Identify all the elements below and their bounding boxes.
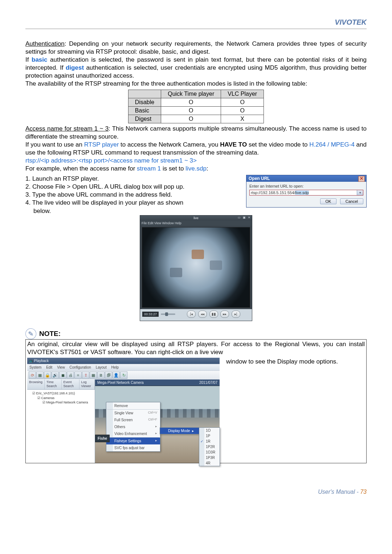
toolbar-lock-icon[interactable]: 🔒 bbox=[44, 372, 51, 379]
ctx-remove[interactable]: Remove bbox=[106, 402, 160, 409]
toolbar-stop-icon[interactable]: ◼ bbox=[59, 372, 66, 379]
toolbar-speaker-icon[interactable]: 🔊 bbox=[52, 372, 59, 379]
brand-logo: VIVOTEK bbox=[25, 18, 367, 26]
cancel-button[interactable]: Cancel bbox=[340, 198, 363, 204]
auth-digest-vlc: X bbox=[221, 115, 264, 123]
mode-1p2r[interactable]: 1P2R bbox=[199, 444, 220, 450]
mode-1p[interactable]: 1P bbox=[199, 433, 220, 439]
view-header-left: Mega-Pixel Network Camera bbox=[97, 380, 144, 385]
mode-1o3r[interactable]: 1O3R bbox=[199, 450, 220, 455]
tree-cameras[interactable]: ☑ Cameras bbox=[29, 396, 93, 401]
auth-digest: digest bbox=[66, 64, 84, 71]
auth-disable-qt: O bbox=[161, 98, 221, 106]
tab-eventsearch[interactable]: Event Search bbox=[62, 379, 79, 389]
context-menu: Remove Single ViewCtrl+V Full ScreenCtrl… bbox=[106, 402, 160, 452]
chevron-down-icon[interactable]: ▾ bbox=[357, 190, 363, 195]
rtsp-player: RTSP player bbox=[84, 141, 119, 148]
auth-table-qt: Quick Time player bbox=[161, 90, 221, 98]
stream1: stream 1 bbox=[137, 165, 161, 172]
url-value-a: rtsp://192.168.5.151:554/ bbox=[251, 190, 295, 195]
mode-1p3r[interactable]: 1P3R bbox=[199, 455, 220, 460]
mode-1r[interactable]: ✓1R bbox=[199, 439, 220, 444]
prev-button[interactable]: ◂◂ bbox=[198, 311, 207, 318]
auth-if: If bbox=[25, 56, 32, 63]
header-divider bbox=[25, 29, 367, 29]
vast-menubar[interactable]: System Edit View Configuration Layout He… bbox=[27, 364, 220, 371]
menu-layout[interactable]: Layout bbox=[96, 365, 107, 369]
codecs: H.264 / MPEG-4 bbox=[309, 141, 355, 148]
next-button[interactable]: ▸▸ bbox=[220, 311, 229, 318]
tab-logviewer[interactable]: Log Viewer bbox=[79, 379, 95, 389]
ctx-full-screen[interactable]: Full ScreenCtrl+F bbox=[106, 416, 160, 423]
fisheye-splitter-label: Fishe bbox=[95, 435, 110, 442]
open-url-title: Open URL ✕ bbox=[246, 175, 366, 182]
player-title: live bbox=[193, 216, 199, 220]
menu-system[interactable]: System bbox=[29, 365, 41, 369]
mode-4r[interactable]: 4R bbox=[199, 460, 220, 466]
player-controls: 00:33:27 |◂ ◂◂ ▮▮ ▸▸ ▸| bbox=[140, 309, 252, 321]
toolbar-doc-icon[interactable]: 🗎 bbox=[97, 372, 105, 379]
vast-video-view[interactable]: Mega-Pixel Network Camera 2011/07/07 Rem… bbox=[95, 379, 220, 463]
toolbar-user-icon[interactable]: 👤 bbox=[113, 372, 120, 379]
toolbar-docs-icon[interactable]: 🗐 bbox=[105, 372, 112, 379]
tree-root[interactable]: ☑ Eric_VAST(192.168.4.101) bbox=[29, 391, 93, 396]
access-heading: Access name for stream 1 ~ 3 bbox=[25, 125, 109, 132]
open-url-label: Enter an Internet URL to open: bbox=[249, 184, 363, 188]
ctx-video-enhancement[interactable]: Video Enhancement▸ bbox=[106, 430, 160, 437]
toolbar-power-icon[interactable]: ⟳ bbox=[29, 372, 36, 379]
player-titlebar: live ▭ ▣ ✕ bbox=[140, 216, 252, 221]
auth-basic-vlc: O bbox=[221, 106, 264, 115]
rewind-button[interactable]: |◂ bbox=[187, 311, 196, 318]
note-text-b: window to see the Display mode options. bbox=[226, 358, 365, 366]
toolbar-tile-icon[interactable]: ▦ bbox=[36, 372, 44, 379]
vast-tabs: Browsing Time Search Event Search Log Vi… bbox=[27, 379, 95, 390]
vast-titlebar: 📺 Playback bbox=[27, 358, 220, 364]
auth-row-digest: Digest bbox=[128, 115, 161, 123]
auth-intro: : Depending on your network security req… bbox=[25, 40, 367, 55]
toolbar-upload-icon[interactable]: ⇪ bbox=[82, 372, 89, 379]
auth-row-disable: Disable bbox=[128, 98, 161, 106]
ctx-fisheye-settings[interactable]: Fisheye Settings▸ bbox=[106, 438, 160, 444]
toolbar-grid-icon[interactable]: ⌗ bbox=[74, 372, 82, 379]
toolbar-layout-icon[interactable]: ▦ bbox=[90, 372, 97, 379]
access-if2: to access the Network Camera, you bbox=[119, 141, 220, 148]
auth-digest-qt: O bbox=[161, 115, 221, 123]
rtsp-url: rtsp://<ip address>:<rtsp port>/<access … bbox=[25, 157, 197, 164]
toolbar-print-icon[interactable]: 🖨 bbox=[67, 372, 74, 379]
auth-table-vlc: VLC Player bbox=[221, 90, 264, 98]
player-window-buttons[interactable]: ▭ ▣ ✕ bbox=[238, 216, 251, 219]
mode-1o[interactable]: 1O bbox=[199, 428, 220, 433]
toolbar-refresh-icon[interactable]: ↻ bbox=[120, 372, 127, 379]
tab-timesearch[interactable]: Time Search bbox=[45, 379, 62, 389]
vast-tree-body[interactable]: ☑ Eric_VAST(192.168.4.101) ☑ Cameras ☑ M… bbox=[27, 390, 95, 406]
close-icon[interactable]: ✕ bbox=[358, 176, 365, 182]
ok-button[interactable]: OK bbox=[320, 198, 337, 204]
example-mid: is set to bbox=[161, 165, 185, 172]
tab-browsing[interactable]: Browsing bbox=[27, 379, 45, 389]
player-menubar[interactable]: File Edit View Window Help bbox=[140, 221, 252, 226]
rtsp-player-window: live ▭ ▣ ✕ File Edit View Window Help 00… bbox=[140, 215, 252, 321]
volume-slider[interactable] bbox=[161, 313, 175, 315]
vast-tree-panel: Browsing Time Search Event Search Log Vi… bbox=[27, 379, 95, 463]
menu-configuration[interactable]: Configuration bbox=[69, 365, 91, 369]
have-to: HAVE TO bbox=[220, 141, 247, 148]
ctx-svc[interactable]: SVC fps adjust bar bbox=[106, 444, 160, 451]
page-footer: User's Manual - 73 bbox=[25, 489, 367, 495]
vast-toolbar: ⟳ ▦ 🔒 🔊 ◼ 🖨 ⌗ ⇪ ▦ 🗎 🗐 👤 ↻ bbox=[27, 371, 220, 379]
menu-edit[interactable]: Edit bbox=[46, 365, 52, 369]
url-input[interactable]: rtsp://192.168.5.151:554/live.sdp ▾ bbox=[249, 190, 363, 196]
view-header-right: 2011/07/07 bbox=[199, 380, 217, 385]
menu-help[interactable]: Help bbox=[111, 365, 119, 369]
menu-view[interactable]: View bbox=[57, 365, 65, 369]
pause-button[interactable]: ▮▮ bbox=[209, 311, 218, 318]
example-end: : bbox=[207, 165, 208, 172]
ctx-others[interactable]: Others▸ bbox=[106, 423, 160, 430]
submenu-display-mode[interactable]: Display Mode ▸ bbox=[160, 428, 199, 434]
access-if: If you want to use an bbox=[25, 141, 84, 148]
ctx-single-view[interactable]: Single ViewCtrl+V bbox=[106, 410, 160, 416]
ffwd-button[interactable]: ▸| bbox=[232, 311, 240, 318]
note-box: An original, circular view will be displ… bbox=[25, 339, 367, 463]
example-pre: For example, when the access name for bbox=[25, 165, 137, 172]
tree-camera-1[interactable]: ☑ Mega-Pixel Network Camera bbox=[29, 400, 93, 405]
note-text-a: An original, circular view will be displ… bbox=[27, 341, 365, 356]
